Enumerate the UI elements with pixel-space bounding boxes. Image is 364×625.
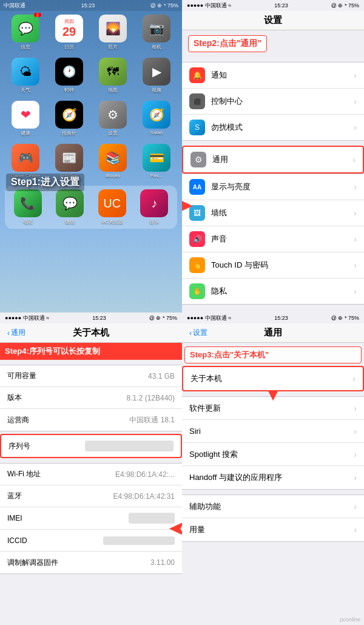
app-weather[interactable]: 🌤 天气 — [6, 58, 45, 93]
app-calendar[interactable]: 周四 29 日历 — [50, 15, 89, 50]
icon-display: AA — [189, 179, 205, 195]
arrow-touchid: › — [354, 260, 357, 270]
gen-item-spotlight[interactable]: Spotlight 搜索 › — [182, 443, 364, 466]
time-q4: 15:23 — [274, 315, 288, 321]
arrow-display: › — [354, 182, 357, 192]
settings-item-siri2[interactable]: S 勿扰模式 › — [182, 115, 364, 140]
gen-label-spotlight: Spotlight 搜索 — [189, 449, 238, 460]
about-label-modem: 调制解调器固件 — [7, 558, 58, 568]
app-grid-row4: 🎮 Game Center 📰 报刊杂志 📚 iBooks 💳 Pas... — [0, 140, 182, 183]
app-compass[interactable]: 🧭 指南针 — [50, 101, 89, 137]
app-passbook[interactable]: 💳 Pas... — [137, 144, 176, 180]
about-label-iccid: ICCID — [7, 536, 27, 545]
settings-item-touchid[interactable]: 👆 Touch ID 与密码 › — [182, 252, 364, 279]
app-label-safari: Safari — [150, 130, 163, 135]
back-button-q4[interactable]: ‹ 设置 — [189, 328, 207, 338]
app-icon-weather: 🌤 — [12, 58, 39, 86]
app-label-calendar: 日历 — [64, 44, 74, 50]
dock-label-phone: 电话 — [23, 218, 33, 225]
settings-item-sound[interactable]: 🔊 声音 › — [182, 226, 364, 252]
settings-item-wallpaper[interactable]: 🖼 墙纸 › — [182, 200, 364, 226]
gen-item-handoff[interactable]: Handoff 与建议的应用程序 › — [182, 466, 364, 489]
arrow-privacy: › — [354, 286, 357, 296]
app-icon-safari: 🧭 — [143, 101, 170, 129]
app-safari[interactable]: 🧭 Safari — [137, 101, 176, 137]
settings-list: 🔔 通知 › ⬛ 控制中心 › S 勿扰模式 › ⚙ 通用 — [182, 62, 364, 305]
arrow-general: › — [352, 155, 356, 164]
about-label-version: 版本 — [7, 393, 22, 403]
about-value-modem: 3.11.00 — [150, 558, 175, 567]
app-label-gamecenter: Game Center — [11, 173, 40, 178]
app-label-messages: 信息 — [21, 44, 30, 50]
settings-label-control: 控制中心 — [211, 96, 354, 107]
about-value-iccid: ████████████████ — [103, 536, 175, 545]
app-messages[interactable]: 💬 2 信息 — [6, 15, 45, 50]
step2-container: Step2:点击"通用" — [182, 30, 364, 57]
app-video[interactable]: ▶ 视频 — [137, 58, 176, 93]
gen-item-accessibility[interactable]: 辅助功能 › — [182, 495, 364, 518]
step3-label: Step3:点击"关于本机" — [184, 346, 362, 363]
app-health[interactable]: ❤ 健康 — [6, 101, 45, 137]
app-newsstand[interactable]: 📰 报刊杂志 — [50, 144, 89, 180]
dock-phone[interactable]: 📞 电话 — [8, 189, 47, 225]
dock-label-uc: UC浏览器 — [101, 218, 123, 225]
gen-label-usage: 用量 — [189, 524, 205, 535]
time-q1: 15:23 — [81, 2, 95, 8]
about-label-carrier: 运营商 — [7, 415, 29, 425]
app-icon-clock: 🕐 — [55, 58, 83, 86]
app-clock[interactable]: 🕐 时钟 — [50, 58, 89, 93]
arrow-sound: › — [354, 234, 357, 244]
icon-sound: 🔊 — [189, 231, 205, 247]
app-icon-compass: 🧭 — [55, 101, 83, 129]
gen-item-usage[interactable]: 用量 › — [182, 518, 364, 541]
arrow-dnd: › — [354, 123, 357, 132]
back-button-q3[interactable]: ‹ 通用 — [7, 328, 25, 338]
dock-music[interactable]: ♪ 音乐 — [135, 189, 174, 225]
app-gamecenter[interactable]: 🎮 Game Center — [6, 144, 45, 180]
about-value-wifi: E4:98:D6:1A:42:... — [115, 470, 175, 479]
dock-wechat[interactable]: 💬 微信 — [51, 189, 90, 225]
about-list-2: Wi-Fi 地址 E4:98:D6:1A:42:... 蓝牙 E4:98:D6:… — [0, 463, 182, 574]
about-value-imei: ███████ — [129, 513, 175, 524]
gen-label-accessibility: 辅助功能 — [189, 501, 221, 512]
about-item-bluetooth: 蓝牙 E4:98:D6:1A:42:31 — [0, 485, 182, 507]
app-label-ibooks: iBooks — [106, 173, 120, 178]
app-ibooks[interactable]: 📚 iBooks — [93, 144, 132, 180]
settings-item-general[interactable]: ⚙ 通用 › — [183, 147, 363, 172]
icons-q2: @ ⊕ * 75% — [331, 2, 359, 8]
settings-label-touchid: Touch ID 与密码 — [211, 260, 354, 271]
about-item-modem: 调制解调器固件 3.11.00 — [0, 552, 182, 573]
about-value-storage: 43.1 GB — [148, 372, 175, 380]
app-label-weather: 天气 — [21, 87, 30, 93]
icon-notification: 🔔 — [189, 67, 205, 83]
app-maps[interactable]: 🗺 地图 — [93, 58, 132, 93]
gen-arrow-siri: › — [354, 427, 357, 436]
settings-item-control[interactable]: ⬛ 控制中心 › — [182, 89, 364, 115]
settings-item-privacy[interactable]: ✋ 隐私 › — [182, 279, 364, 304]
settings-label-sound: 声音 — [211, 234, 354, 245]
app-icon-health: ❤ — [12, 101, 39, 129]
gen-label-update: 软件更新 — [189, 403, 221, 414]
settings-section-2: AA 显示与亮度 › 🖼 墙纸 › 🔊 声音 › 👆 Touch — [182, 174, 364, 305]
dock-uc[interactable]: UC UC浏览器 — [93, 189, 132, 225]
app-label-settings-home: 设置 — [108, 130, 118, 137]
general-list-2: 辅助功能 › 用量 › — [182, 495, 364, 542]
about-label-imei: IMEI — [7, 514, 22, 522]
app-camera[interactable]: 📷 相机 — [137, 15, 176, 50]
settings-label-wallpaper: 墙纸 — [211, 208, 354, 218]
settings-item-display[interactable]: AA 显示与亮度 › — [182, 174, 364, 200]
battery-q1: @ ⊕ * 75% — [150, 2, 178, 8]
app-icon-gamecenter: 🎮 — [12, 144, 39, 172]
icon-touchid: 👆 — [189, 257, 205, 273]
red-arrow-down: ▼ — [265, 385, 281, 405]
about-title: 关于本机 — [25, 327, 157, 339]
app-settings-home[interactable]: ⚙ 设置 — [93, 101, 132, 137]
about-item-serial[interactable]: 序列号 ████████████ — [1, 435, 181, 457]
app-photos[interactable]: 🌄 照片 — [93, 15, 132, 50]
general-nav: ‹ 设置 通用 — [182, 323, 364, 343]
gen-item-siri[interactable]: Siri › — [182, 420, 364, 443]
settings-item-notification[interactable]: 🔔 通知 › — [182, 62, 364, 89]
app-grid-row2: 🌤 天气 🕐 时钟 🗺 地图 ▶ 视频 — [0, 54, 182, 97]
back-chevron-q3: ‹ — [7, 329, 10, 337]
settings-label-privacy: 隐私 — [211, 286, 354, 297]
